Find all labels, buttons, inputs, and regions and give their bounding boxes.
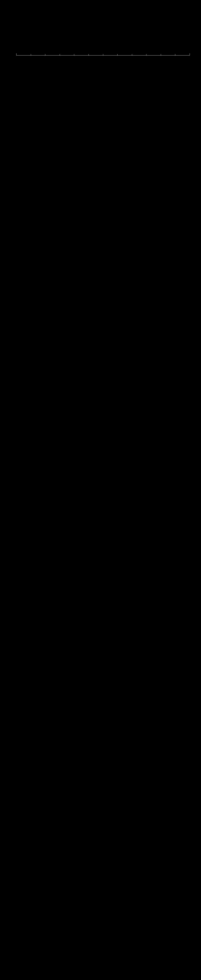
x-tick	[146, 54, 147, 55]
x-tick	[190, 53, 190, 55]
spectrogram-page	[0, 0, 201, 980]
spectrogram-canvas	[16, 5, 190, 50]
x-tick	[132, 54, 132, 55]
spectrogram-panel-stack	[0, 0, 201, 67]
x-axis-line	[16, 55, 190, 56]
spectrogram-panel	[0, 0, 201, 67]
x-tick	[161, 54, 161, 55]
x-tick	[117, 54, 118, 55]
x-tick	[74, 54, 74, 55]
